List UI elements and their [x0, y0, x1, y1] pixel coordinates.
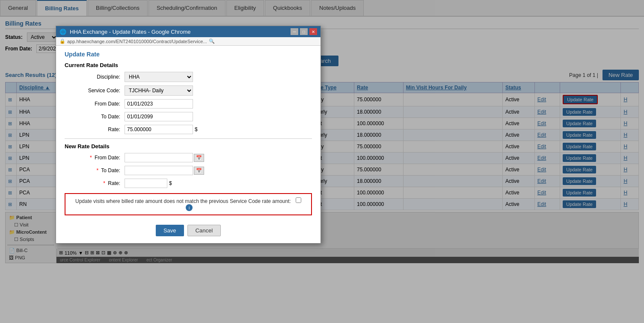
modal-from-date-input[interactable]	[125, 99, 193, 109]
modal-url-text: app.hhaexchange.com/ENT2401010000/Contra…	[67, 39, 207, 44]
required-star-3: *	[103, 180, 105, 186]
required-star-2: *	[97, 167, 99, 173]
modal-url-bar: 🔒 app.hhaexchange.com/ENT2401010000/Cont…	[56, 37, 321, 46]
notice-checkbox[interactable]	[296, 197, 301, 203]
modal-window: 🌐 HHA Exchange - Update Rates - Google C…	[56, 26, 321, 244]
modal-cancel-button[interactable]: Cancel	[187, 225, 221, 236]
modal-to-date-row: To Date:	[65, 112, 312, 121]
modal-service-code-label: Service Code:	[65, 88, 120, 94]
modal-titlebar: 🌐 HHA Exchange - Update Rates - Google C…	[56, 26, 321, 37]
modal-rate-row: Rate: $	[65, 125, 312, 134]
modal-new-rate-row: * Rate: $	[65, 179, 312, 188]
modal-close-button[interactable]: ✕	[309, 28, 317, 35]
modal-current-section: Current Rate Details	[65, 62, 312, 68]
modal-body: Update Rate Current Rate Details Discipl…	[56, 46, 321, 243]
modal-footer: Save Cancel	[65, 220, 312, 238]
modal-new-to-date-row: * To Date: 📅	[65, 166, 312, 175]
required-star-1: *	[90, 155, 92, 161]
notice-box: Update visits where billed rate amount d…	[65, 193, 312, 215]
modal-save-button[interactable]: Save	[156, 225, 184, 236]
modal-new-rate-label: * Rate:	[65, 180, 120, 186]
modal-minimize-button[interactable]: ─	[291, 28, 298, 35]
modal-rate-label: Rate:	[65, 126, 120, 132]
modal-new-to-date-input[interactable]	[125, 166, 193, 175]
modal-section-title: Update Rate	[65, 51, 312, 58]
modal-new-rate-input[interactable]	[125, 179, 167, 188]
modal-url-search-icon[interactable]: 🔍	[209, 38, 215, 44]
modal-maximize-button[interactable]: □	[300, 28, 308, 35]
modal-controls: ─ □ ✕	[291, 28, 317, 35]
notice-text: Update visits where billed rate amount d…	[75, 198, 291, 204]
modal-new-section: New Rate Details	[65, 143, 312, 150]
modal-to-date-input[interactable]	[125, 112, 193, 121]
modal-rate-suffix: $	[195, 126, 198, 132]
modal-from-date-label: From Date:	[65, 101, 120, 107]
modal-new-to-date-wrapper: 📅	[125, 166, 204, 175]
modal-browser-icon: 🌐	[59, 29, 66, 35]
modal-from-date-row: From Date:	[65, 99, 312, 109]
modal-to-date-label: To Date:	[65, 114, 120, 120]
modal-divider	[65, 138, 312, 139]
modal-title: HHA Exchange - Update Rates - Google Chr…	[70, 29, 191, 35]
modal-new-from-cal-button[interactable]: 📅	[194, 154, 204, 162]
modal-rate-input[interactable]	[125, 125, 193, 134]
modal-new-rate-suffix: $	[169, 180, 172, 186]
modal-new-from-label: * From Date:	[65, 155, 120, 161]
modal-new-from-date-row: * From Date: 📅	[65, 153, 312, 162]
modal-new-from-date-wrapper: 📅	[125, 153, 204, 162]
modal-new-to-cal-button[interactable]: 📅	[194, 167, 204, 175]
modal-new-from-date-input[interactable]	[125, 153, 193, 162]
modal-service-code-row: Service Code: TJCHHA- Daily	[65, 85, 312, 96]
modal-url-icon: 🔒	[59, 38, 65, 44]
modal-new-to-label: * To Date:	[65, 167, 120, 173]
modal-discipline-label: Discipline:	[65, 74, 120, 80]
modal-discipline-row: Discipline: HHA LPN PCA RN	[65, 72, 312, 82]
modal-service-code-select[interactable]: TJCHHA- Daily	[125, 85, 193, 96]
info-icon[interactable]: i	[186, 204, 193, 211]
modal-discipline-select[interactable]: HHA LPN PCA RN	[125, 72, 193, 82]
